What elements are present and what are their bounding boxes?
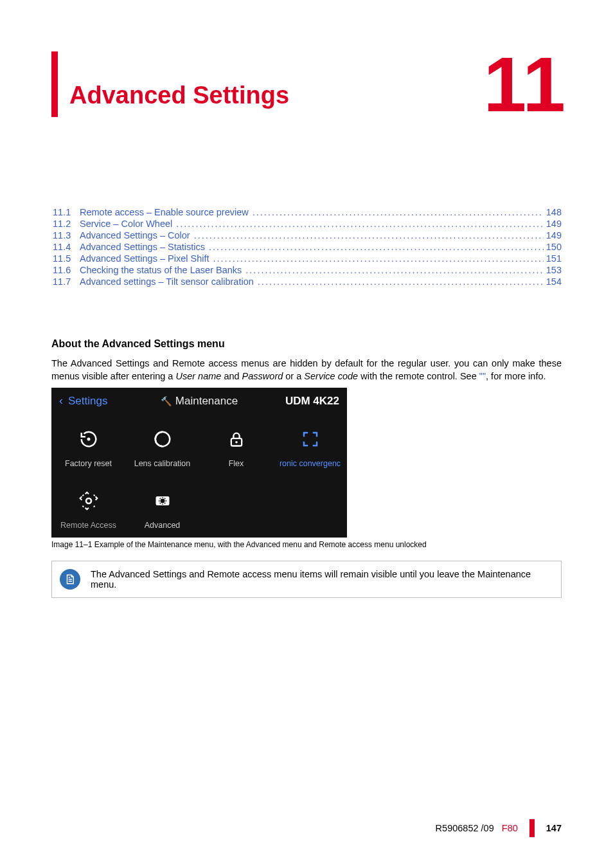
lock-icon [202,426,271,453]
model-label: UDM 4K22 [246,395,339,408]
toc-page: 150 [544,242,562,252]
menu-item-label: Remote Access [54,521,123,530]
toc-entry[interactable]: 11.6 Checking the status of the Laser Ba… [53,265,562,275]
toc-leader [245,265,544,275]
toc-entry[interactable]: 11.4 Advanced Settings – Statistics 150 [53,242,562,252]
toc-number: 11.2 [53,219,80,229]
text: or a [283,371,304,381]
image-caption: Image 11–1 Example of the Maintenance me… [51,540,562,549]
link[interactable]: "" [479,371,486,381]
back-label: Settings [68,395,107,408]
back-button[interactable]: ‹ Settings [59,394,152,408]
toc-leader [213,253,544,264]
menu-item-convergence[interactable]: ronic convergenc [273,414,347,476]
toc-number: 11.7 [53,276,80,287]
toc-page: 154 [544,276,562,287]
paragraph: The Advanced Settings and Remote access … [51,357,562,383]
menu-header: ‹ Settings 🔨 Maintenance UDM 4K22 [51,388,347,414]
remote-access-icon [54,487,123,514]
toc-entry[interactable]: 11.7 Advanced settings – Tilt sensor cal… [53,276,562,287]
menu-item-remote-access[interactable]: Remote Access [51,476,125,538]
doc-number: R5906852 /09 [436,823,494,833]
maintenance-menu-screenshot: ‹ Settings 🔨 Maintenance UDM 4K22 Factor… [51,388,347,538]
toc-title: Remote access – Enable source preview [80,207,249,217]
menu-item-label: Advanced [128,521,197,530]
svg-point-6 [160,499,164,503]
menu-item-advanced[interactable]: Advanced [125,476,199,538]
toc-leader [194,230,544,240]
note-text: The Advanced Settings and Remote access … [91,569,553,590]
toc-title: Advanced Settings – Statistics [80,242,205,252]
menu-item-label: Factory reset [54,459,123,468]
toc-number: 11.3 [53,230,80,240]
menu-item-empty [199,476,273,538]
toc-leader [253,207,544,217]
gear-icon [128,487,197,514]
menu-item-label: ronic convergenc [276,459,344,468]
toc-number: 11.4 [53,242,80,252]
toc-number: 11.5 [53,253,80,264]
note-icon [60,569,80,590]
toc-page: 149 [544,230,562,240]
toc-title: Advanced settings – Tilt sensor calibrat… [80,276,254,287]
toc-page: 148 [544,207,562,217]
text: with the remote control. See [358,371,479,381]
chapter-number: 11 [484,51,562,117]
menu-item-factory-reset[interactable]: Factory reset [51,414,125,476]
page-footer: R5906852 /09 F80 147 [436,819,562,837]
toc-entry[interactable]: 11.3 Advanced Settings – Color 149 [53,230,562,240]
reset-icon [54,426,123,453]
svg-point-4 [86,498,91,503]
toc-entry[interactable]: 11.1 Remote access – Enable source previ… [53,207,562,217]
menu-item-label: Lens calibration [128,459,197,468]
text: , for more info. [486,371,546,381]
toc-page: 153 [544,265,562,275]
toc-leader [176,219,544,229]
page-number: 147 [546,823,562,833]
menu-item-label: Flex [202,459,271,468]
text: and [221,371,242,381]
menu-item-empty [273,476,347,538]
menu-item-lens-calibration[interactable]: Lens calibration [125,414,199,476]
toc-entry[interactable]: 11.2 Service – Color Wheel 149 [53,219,562,229]
expand-icon [276,426,344,453]
toc-title: Advanced Settings – Pixel Shift [80,253,209,264]
menu-title: 🔨 Maintenance [152,395,245,408]
model-name: F80 [502,823,518,833]
chevron-left-icon: ‹ [59,394,63,408]
toc-entry[interactable]: 11.5 Advanced Settings – Pixel Shift 151 [53,253,562,264]
toc-title: Advanced Settings – Color [80,230,190,240]
chapter-title: Advanced Settings [69,82,289,117]
toc-number: 11.6 [53,265,80,275]
toc-leader [209,242,544,252]
svg-point-3 [235,441,238,444]
toc-page: 151 [544,253,562,264]
toc-title: Service – Color Wheel [80,219,172,229]
menu-item-flex[interactable]: Flex [199,414,273,476]
divider [529,819,535,837]
chapter-header: Advanced Settings 11 [51,51,562,117]
toc-leader [258,276,544,287]
text-italic: Password [242,371,283,381]
status-dot-icon: 🔨 [161,396,172,406]
menu-title-text: Maintenance [175,395,238,408]
table-of-contents: 11.1 Remote access – Enable source previ… [53,207,562,287]
toc-page: 149 [544,219,562,229]
text-italic: User name [175,371,221,381]
toc-title: Checking the status of the Laser Banks [80,265,242,275]
section-heading: About the Advanced Settings menu [51,338,562,350]
text-italic: Service code [304,371,358,381]
toc-number: 11.1 [53,207,80,217]
lens-icon [128,426,197,453]
note-box: The Advanced Settings and Remote access … [51,561,562,598]
svg-point-0 [87,438,90,441]
